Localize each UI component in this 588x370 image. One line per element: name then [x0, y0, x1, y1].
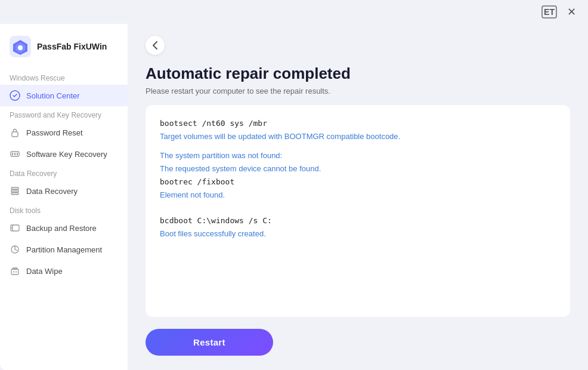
back-button[interactable] [146, 36, 165, 55]
software-key-icon [10, 149, 20, 159]
app-window: ET ✕ PassFab FixUWin Windows Rescue [0, 0, 588, 370]
sidebar-item-partition[interactable]: Partition Management [0, 239, 128, 260]
log-line-command: bcdboot C:\windows /s C: [160, 214, 556, 227]
data-wipe-label: Data Wipe [26, 267, 63, 276]
solution-center-label: Solution Center [26, 91, 80, 100]
partition-label: Partition Management [26, 245, 102, 254]
content-area: Automatic repair completed Please restar… [128, 24, 588, 370]
app-title: PassFab FixUWin [37, 42, 107, 52]
log-line-command: bootrec /fixboot [160, 175, 556, 189]
windows-rescue-section: Windows Rescue [0, 69, 128, 85]
password-key-section: Password and Key Recovery [0, 106, 128, 122]
feedback-icon[interactable]: ET [541, 5, 557, 18]
backup-restore-icon [10, 223, 20, 233]
log-spacer [160, 143, 556, 149]
title-bar: ET ✕ [0, 0, 588, 24]
log-line-info: The requested system device cannot be fo… [160, 162, 556, 175]
sidebar-item-backup-restore[interactable]: Backup and Restore [0, 217, 128, 239]
sidebar: PassFab FixUWin Windows Rescue Solution … [0, 24, 128, 370]
restart-button[interactable]: Restart [146, 329, 273, 356]
data-recovery-icon [10, 186, 20, 196]
svg-rect-9 [17, 153, 18, 155]
svg-rect-7 [12, 153, 13, 155]
close-icon[interactable]: ✕ [563, 4, 580, 20]
password-reset-label: Password Reset [26, 128, 83, 137]
sidebar-item-software-key[interactable]: Software Key Recovery [0, 143, 128, 165]
log-spacer [160, 202, 556, 208]
sidebar-item-data-recovery[interactable]: Data Recovery [0, 180, 128, 202]
data-recovery-section: Data Recovery [0, 165, 128, 180]
svg-rect-10 [11, 187, 18, 189]
svg-rect-16 [11, 269, 18, 275]
solution-center-icon [10, 90, 20, 101]
log-spacer [160, 208, 556, 214]
app-logo [10, 36, 31, 57]
svg-point-3 [18, 45, 23, 50]
log-line-info: Target volumes will be updated with BOOT… [160, 130, 556, 143]
main-layout: PassFab FixUWin Windows Rescue Solution … [0, 24, 588, 370]
log-line-info: Boot files successfully created. [160, 227, 556, 240]
svg-rect-11 [11, 190, 18, 192]
svg-point-14 [11, 227, 13, 229]
log-box: bootsect /nt60 sys /mbrTarget volumes wi… [146, 105, 570, 317]
app-header: PassFab FixUWin [0, 30, 128, 69]
sidebar-item-password-reset[interactable]: Password Reset [0, 122, 128, 143]
data-wipe-icon [10, 266, 20, 276]
page-subtitle: Please restart your computer to see the … [146, 87, 570, 95]
password-reset-icon [10, 127, 20, 138]
svg-rect-5 [12, 132, 18, 137]
log-line-info: The system partition was not found: [160, 149, 556, 162]
software-key-label: Software Key Recovery [26, 150, 107, 159]
svg-rect-12 [11, 193, 18, 195]
partition-icon [10, 244, 20, 255]
page-title: Automatic repair completed [146, 64, 570, 83]
log-line-info: Element not found. [160, 189, 556, 202]
data-recovery-label: Data Recovery [26, 187, 78, 196]
svg-rect-8 [14, 153, 16, 155]
backup-restore-label: Backup and Restore [26, 224, 97, 233]
sidebar-item-data-wipe[interactable]: Data Wipe [0, 260, 128, 282]
sidebar-item-solution-center[interactable]: Solution Center [0, 85, 128, 106]
log-line-command: bootsect /nt60 sys /mbr [160, 117, 556, 130]
disk-tools-section: Disk tools [0, 202, 128, 217]
